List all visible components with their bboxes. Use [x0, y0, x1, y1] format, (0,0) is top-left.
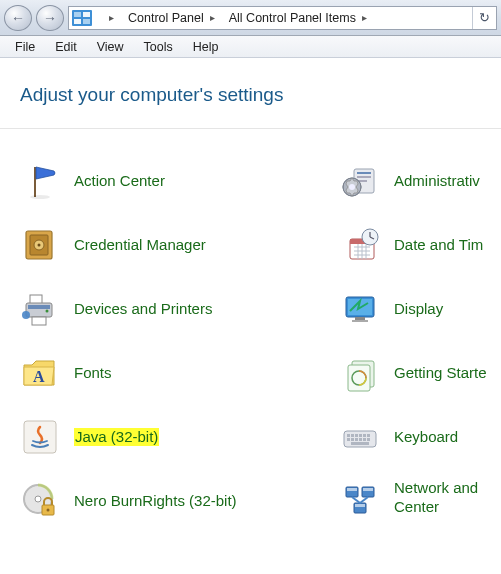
svg-rect-2 [83, 12, 90, 17]
menu-edit[interactable]: Edit [46, 38, 86, 56]
safe-icon [20, 225, 60, 265]
refresh-icon: ↻ [479, 10, 490, 25]
breadcrumb-all-items[interactable]: All Control Panel Items ▸ [221, 7, 373, 29]
getting-started-icon [340, 353, 380, 393]
breadcrumb-label: All Control Panel Items [229, 11, 356, 25]
cpl-item-network[interactable]: Network andCenter [340, 479, 501, 523]
cpl-item-keyboard[interactable]: Keyboard [340, 415, 501, 459]
chevron-right-icon: ▸ [210, 12, 215, 23]
menu-file[interactable]: File [6, 38, 44, 56]
cpl-item-label[interactable]: Getting Starte [394, 364, 487, 383]
arrow-left-icon: ← [11, 10, 25, 26]
cpl-item-label[interactable]: Credential Manager [74, 236, 206, 255]
breadcrumb-sep[interactable]: ▸ [95, 7, 120, 29]
cpl-item-admin-tools[interactable]: Administrativ [340, 159, 501, 203]
forward-button[interactable]: → [36, 5, 64, 31]
clock-calendar-icon [340, 225, 380, 265]
cpl-item-clock-calendar[interactable]: Date and Tim [340, 223, 501, 267]
menu-bar: File Edit View Tools Help [0, 36, 501, 58]
breadcrumb-label: Control Panel [128, 11, 204, 25]
control-panel-icon [71, 9, 93, 27]
cpl-item-disc-lock[interactable]: Nero BurnRights (32-bit) [20, 479, 300, 523]
cpl-item-fonts-folder[interactable]: Fonts [20, 351, 300, 395]
cpl-item-printer[interactable]: Devices and Printers [20, 287, 300, 331]
breadcrumb-control-panel[interactable]: Control Panel ▸ [120, 7, 221, 29]
disc-lock-icon [20, 481, 60, 521]
cpl-item-label[interactable]: Keyboard [394, 428, 458, 447]
network-icon [340, 481, 380, 521]
cpl-item-label[interactable]: Date and Tim [394, 236, 483, 255]
cpl-item-label[interactable]: Fonts [74, 364, 112, 383]
cpl-item-label[interactable]: Action Center [74, 172, 165, 191]
refresh-button[interactable]: ↻ [472, 7, 496, 29]
cpl-item-flag[interactable]: Action Center [20, 159, 300, 203]
menu-tools[interactable]: Tools [135, 38, 182, 56]
cpl-item-safe[interactable]: Credential Manager [20, 223, 300, 267]
cpl-item-label[interactable]: Display [394, 300, 443, 319]
back-button[interactable]: ← [4, 5, 32, 31]
arrow-right-icon: → [43, 10, 57, 26]
address-bar[interactable]: ▸ Control Panel ▸ All Control Panel Item… [68, 6, 497, 30]
display-icon [340, 289, 380, 329]
keyboard-icon [340, 417, 380, 457]
cpl-item-label[interactable]: Nero BurnRights (32-bit) [74, 492, 237, 511]
divider [0, 128, 501, 129]
java-icon [20, 417, 60, 457]
items-column-right: AdministrativDate and TimDisplayGetting … [340, 159, 501, 523]
content-area: Adjust your computer's settings Action C… [0, 58, 501, 523]
printer-icon [20, 289, 60, 329]
cpl-item-getting-started[interactable]: Getting Starte [340, 351, 501, 395]
cpl-item-display[interactable]: Display [340, 287, 501, 331]
items-column-left: Action CenterCredential ManagerDevices a… [20, 159, 300, 523]
svg-rect-1 [74, 12, 81, 17]
menu-view[interactable]: View [88, 38, 133, 56]
fonts-folder-icon [20, 353, 60, 393]
page-title: Adjust your computer's settings [20, 84, 501, 106]
svg-rect-3 [74, 19, 81, 24]
explorer-navbar: ← → ▸ Control Panel ▸ All Control Panel … [0, 0, 501, 36]
cpl-item-label[interactable]: Network andCenter [394, 479, 478, 517]
chevron-right-icon: ▸ [362, 12, 367, 23]
cpl-item-label[interactable]: Devices and Printers [74, 300, 212, 319]
svg-rect-4 [83, 19, 90, 24]
menu-help[interactable]: Help [184, 38, 228, 56]
cpl-item-label[interactable]: Administrativ [394, 172, 480, 191]
cpl-item-label[interactable]: Java (32-bit) [74, 428, 159, 447]
cpl-item-java[interactable]: Java (32-bit) [20, 415, 300, 459]
flag-icon [20, 161, 60, 201]
admin-tools-icon [340, 161, 380, 201]
